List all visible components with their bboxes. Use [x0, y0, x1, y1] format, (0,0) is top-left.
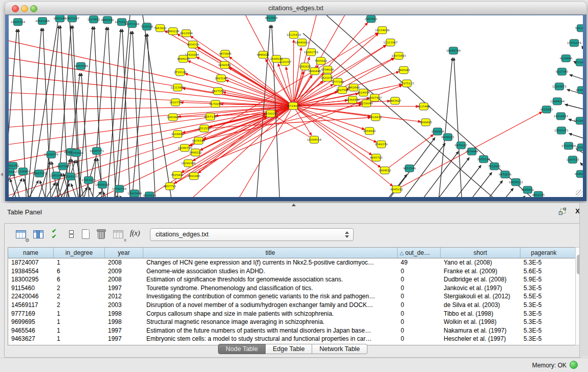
network-node[interactable]: 20206576: [44, 151, 58, 158]
network-node[interactable]: 10654112: [509, 179, 523, 186]
red-edge[interactable]: [182, 115, 266, 133]
network-node[interactable]: 15751074: [567, 39, 581, 47]
network-node[interactable]: 1640954: [431, 128, 444, 135]
network-node[interactable]: 7515526: [141, 23, 154, 30]
table-row[interactable]: 911546021997Tourette syndrome. Phenomeno…: [8, 284, 576, 293]
table-row[interactable]: 946362711997Embryonic stem cells: a mode…: [8, 335, 576, 343]
network-node[interactable]: 8912954: [180, 30, 193, 37]
network-node[interactable]: 12125419: [287, 31, 301, 38]
network-node[interactable]: 18640910: [295, 39, 309, 46]
network-node[interactable]: 8878344: [192, 137, 205, 144]
tab-node-table[interactable]: Node Table: [218, 344, 266, 354]
network-node[interactable]: 6479197: [455, 142, 468, 149]
black-edge[interactable]: [114, 15, 130, 197]
network-node[interactable]: 3624554: [357, 89, 370, 96]
network-node[interactable]: 8813014: [265, 15, 278, 21]
network-node[interactable]: 1498222: [189, 149, 202, 156]
table-settings-button[interactable]: ⚙: [15, 228, 28, 241]
network-node[interactable]: 9891046: [54, 15, 67, 22]
network-node[interactable]: 6794024: [321, 66, 334, 73]
network-node[interactable]: 1691443: [188, 172, 201, 180]
network-node[interactable]: 19384554: [307, 136, 321, 143]
black-edge[interactable]: [24, 179, 32, 197]
network-node[interactable]: 9699695: [420, 119, 432, 126]
black-edge[interactable]: [104, 196, 118, 197]
black-edge[interactable]: [120, 196, 128, 197]
network-node[interactable]: 10655247: [65, 15, 79, 22]
resize-grip[interactable]: [576, 190, 582, 196]
splitter-handle[interactable]: [292, 204, 296, 206]
panel-collapse-arrow[interactable]: [1, 172, 3, 177]
column-header-title[interactable]: title: [143, 248, 398, 258]
column-header-short[interactable]: short: [441, 248, 520, 258]
network-node[interactable]: 8660128: [167, 28, 180, 35]
network-node[interactable]: 1353558: [198, 125, 211, 132]
delete-column-button[interactable]: [95, 228, 108, 241]
network-node[interactable]: 9402215: [532, 191, 545, 197]
network-node[interactable]: 16782759: [112, 185, 126, 192]
table-row[interactable]: 946554611997Estimation of the future num…: [8, 326, 576, 335]
red-edge[interactable]: [297, 106, 419, 106]
network-node[interactable]: 1629964: [574, 117, 583, 124]
black-edge[interactable]: [94, 27, 102, 197]
black-edge[interactable]: [106, 29, 121, 197]
network-node[interactable]: 8549379: [375, 141, 388, 148]
red-edge[interactable]: [173, 58, 394, 184]
network-node[interactable]: 12975115: [400, 80, 414, 87]
network-node[interactable]: 9170041: [209, 100, 222, 107]
network-node[interactable]: 1810754: [169, 99, 182, 106]
network-node[interactable]: 12213967: [383, 39, 398, 46]
network-canvas[interactable]: 1872400718300295947568522420046989603492…: [9, 15, 583, 197]
network-node[interactable]: 16648794: [446, 47, 461, 54]
column-header-in_degree[interactable]: in_degree: [54, 248, 105, 258]
network-node[interactable]: 15692971: [554, 127, 569, 134]
network-node[interactable]: 9245012: [390, 186, 403, 193]
network-node[interactable]: 8466160: [101, 16, 114, 24]
black-edge[interactable]: [9, 173, 12, 197]
tab-edge-table[interactable]: Edge Table: [266, 344, 312, 354]
black-edge[interactable]: [142, 15, 172, 197]
network-node[interactable]: 9475685: [219, 50, 232, 57]
network-node[interactable]: 9215953: [540, 106, 553, 113]
red-edge[interactable]: [388, 135, 433, 168]
network-node[interactable]: 1562615: [299, 63, 312, 70]
network-node[interactable]: 1965491: [167, 114, 180, 121]
network-node[interactable]: 12213969: [170, 84, 185, 91]
network-node[interactable]: 20364486: [345, 96, 360, 103]
new-column-button[interactable]: [79, 228, 93, 241]
network-node[interactable]: 1527602: [88, 16, 100, 23]
network-node[interactable]: 2773443: [574, 59, 583, 66]
network-node[interactable]: 18247571: [90, 147, 104, 155]
network-node[interactable]: 1916682: [171, 130, 184, 138]
table-row[interactable]: 969969511998Structural magnetic resonanc…: [8, 318, 576, 326]
red-edge[interactable]: [297, 106, 421, 122]
network-node[interactable]: 2718126: [174, 69, 187, 76]
network-node[interactable]: 7625402: [171, 171, 184, 179]
red-edge[interactable]: [9, 74, 293, 106]
red-edge[interactable]: [297, 107, 377, 142]
show-columns-button[interactable]: [32, 228, 46, 241]
black-edge[interactable]: [498, 188, 513, 197]
black-edge[interactable]: [515, 196, 525, 197]
network-node[interactable]: 1684812: [379, 167, 391, 174]
table-row[interactable]: 1872400712008Changes of HCN gene express…: [8, 258, 576, 267]
row-height-button[interactable]: [65, 228, 78, 241]
black-edge[interactable]: [570, 75, 583, 80]
network-node[interactable]: 2103654: [576, 144, 583, 151]
network-node[interactable]: 9446821: [257, 51, 270, 58]
network-node[interactable]: 9857791: [164, 183, 177, 190]
black-edge[interactable]: [417, 151, 459, 197]
network-node[interactable]: 7485063: [398, 67, 410, 74]
network-node[interactable]: 2087682: [365, 15, 378, 23]
network-node[interactable]: 8938923: [442, 134, 454, 141]
select-columns-button[interactable]: ✔✔: [50, 228, 63, 241]
network-node[interactable]: 7955812: [315, 57, 328, 64]
network-node[interactable]: 20691406: [35, 17, 50, 25]
network-graph[interactable]: 1872400718300295947568522420046989603492…: [9, 15, 583, 197]
network-node[interactable]: 16958107: [95, 181, 110, 188]
network-node[interactable]: 16210643: [554, 113, 568, 120]
red-edge[interactable]: [9, 38, 293, 106]
network-node[interactable]: 16099348: [181, 160, 195, 167]
column-header-pagerank[interactable]: pagerank: [520, 248, 567, 258]
network-node[interactable]: 1167533: [567, 156, 579, 163]
